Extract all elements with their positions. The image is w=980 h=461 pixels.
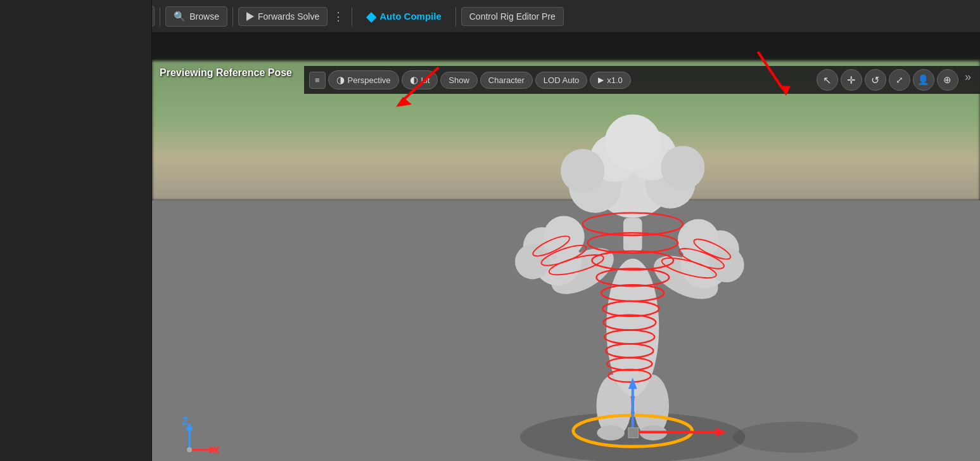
forwards-solve-label: Forwards Solve (258, 11, 319, 22)
character-head-far-left (561, 149, 604, 193)
forwards-solve-button[interactable]: Forwards Solve (238, 7, 328, 26)
annotation-arrow-1-head (396, 97, 412, 107)
forwards-solve-dots-menu[interactable]: ⋮ (330, 8, 347, 25)
preview-text: Previewing Reference Pose (160, 67, 292, 79)
separator-5 (455, 7, 456, 26)
shoulder-cloud-left-4 (515, 244, 550, 279)
control-rig-button[interactable]: Control Rig Editor Pre (461, 7, 564, 26)
separator-2 (160, 7, 160, 26)
browse-icon: 🔍 (174, 11, 186, 22)
character-head-far-right (661, 146, 704, 190)
character-head-top-center (604, 114, 661, 171)
axis-x-label: X (213, 445, 220, 456)
annotation-arrow-2-line (758, 52, 783, 89)
browse-button[interactable]: 🔍 Browse (165, 6, 227, 27)
browse-label: Browse (189, 11, 219, 22)
left-sidebar (0, 0, 152, 461)
shadow-blob-2 (733, 422, 858, 453)
character-foot-left (597, 425, 624, 441)
viewport-area: ≡ ◑ Perspective ◐ Lit Show Character LOD… (152, 33, 980, 461)
axis-origin (187, 447, 192, 452)
auto-compile-button[interactable]: ◆ Auto Compile (357, 5, 450, 28)
viewport-svg-overlay: Z X (152, 33, 980, 461)
auto-compile-icon: ◆ (366, 9, 376, 24)
axis-z-label: Z (182, 416, 188, 427)
annotation-arrow-2-head (780, 86, 791, 96)
annotation-arrow-1-line (401, 67, 438, 101)
gizmo-box (628, 428, 639, 438)
control-rig-label: Control Rig Editor Pre (469, 11, 556, 22)
auto-compile-label: Auto Compile (379, 11, 442, 22)
separator-3 (232, 7, 233, 26)
play-triangle-icon (246, 12, 254, 21)
separator-4 (352, 7, 352, 26)
